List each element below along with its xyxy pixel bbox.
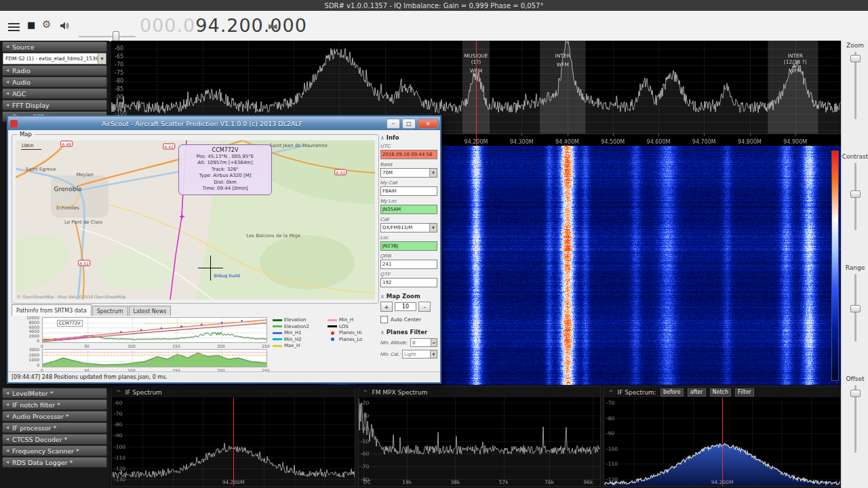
panel-canvas[interactable] [359,397,600,486]
auto-center-checkbox[interactable] [380,316,388,323]
freq-axis-label: 94.700M [692,139,716,145]
volume-slider[interactable] [79,36,136,37]
sidebar-item-if-notch-filter[interactable]: ◂IF notch filter * [2,399,107,410]
tab-spectrum[interactable]: Spectrum [92,306,128,316]
chart-y-label: 1000 [22,357,39,362]
x-axis-label: 94.200M [222,479,245,485]
loc-field[interactable]: JN23BJ [380,241,437,251]
db-axis-label: -95 [115,102,123,108]
range-slider-thumb[interactable] [850,305,861,312]
db-axis-label: -100 [606,446,618,452]
planesfilter-section-header[interactable]: ∧ Planes Filter [380,329,437,336]
mycall-field[interactable]: F8AIH [380,186,437,196]
aircraft-info-popup[interactable]: CCM772V Pos: 45,13°N , 005,95°EAlt: 1095… [178,144,272,195]
toggle-chip-filter[interactable]: Filter [735,388,754,396]
speaker-icon[interactable] [60,20,71,33]
sidebar-item-frequency-scanner[interactable]: ◂Frequency Scanner * [2,445,107,456]
sidebar-item-label: IF notch filter * [12,401,60,409]
chart-y-label: 2000 [22,352,39,357]
qrb-value: 241 [382,262,391,267]
frequency-display[interactable]: 000.094.200.000 [140,15,307,36]
sidebar-item-audio[interactable]: ◂Audio [2,77,107,87]
chart-y-label: 0 [22,363,39,367]
zoom-slider-thumb[interactable] [850,55,861,62]
toggle-chip-before[interactable]: before [660,388,684,396]
panel-titlebar[interactable]: ^IF Spectrum [112,387,355,397]
panel-titlebar[interactable]: ^IF Spectrum:beforeafterNotchFilter [604,387,840,397]
station-label: INTERWFM [555,53,570,68]
loc-value: JN23BJ [382,243,398,249]
legend-label: Max_H [284,343,300,348]
min-category-label: Min. Cat.: [380,352,401,357]
sidebar-item-label: Radio [12,67,31,75]
sidebar-item-if-processor[interactable]: ◂IF processor * [2,422,107,433]
stop-button[interactable]: ■ [27,20,35,30]
legend-swatch [328,319,337,321]
sidebar-item-fft-display[interactable]: ◂FFT Display [2,100,107,110]
sidebar-item-levelmeter[interactable]: ◂LevelMeter * [2,388,107,399]
legend-swatch [331,338,334,341]
db-axis-label: -110 [606,461,618,467]
legend-swatch [273,338,282,340]
sdr-sharp-app: SDR# v1.0.0.1357 - IQ Imbalance: Gain = … [0,0,868,488]
legend-item: LOS [328,324,378,330]
airscout-window-title: AirScout - Aircraft Scatter Prediction V… [20,120,384,127]
sidebar-item-label: Frequency Scanner * [12,447,79,455]
sidebar-item-ctcss-decoder[interactable]: ◂CTCSS Decoder * [2,434,107,445]
panel-titlebar[interactable]: ^FM MPX Spectrum [359,387,600,397]
freq-axis-label: 94.200M [465,139,488,145]
waterfall-colorbar [831,150,839,381]
sidebar-item-label: Audio Processor * [12,413,69,420]
legend-label: Elevation2 [284,324,309,329]
loc-label: Loc [380,235,437,241]
band-select[interactable]: 70M [380,168,437,178]
sidebar-item-agc[interactable]: ◂AGC [2,88,107,99]
call-select[interactable]: DX/FM913/M [380,223,437,232]
legend-item: Elevation2 [273,324,323,330]
road-shield: A 43 [334,169,347,176]
toggle-chip-after[interactable]: after [688,388,706,396]
map-view[interactable]: 10Km Saint EgreveMeylanGrenobleEchirolle… [16,140,375,300]
min-altitude-spinner[interactable]: 0 [410,338,437,347]
panel-canvas[interactable] [604,397,840,486]
sidebar-item-source[interactable]: ◂ Source [2,41,107,52]
contrast-slider-thumb[interactable] [850,190,861,198]
zoom-in-button[interactable]: + [380,302,393,312]
info-section-header[interactable]: ∧ Info [380,134,437,141]
menu-button[interactable] [8,21,20,33]
chart-x-label: 250 [262,344,269,348]
toggle-chip-notch[interactable]: Notch [710,388,731,396]
station-mode: WFM [464,68,488,74]
min-category-select[interactable]: Light [402,350,437,359]
status-text: [09:44:47] 248 Positions updated from pl… [12,374,167,380]
offset-slider-thumb[interactable] [850,390,861,397]
settings-gear-icon[interactable]: ⚙ [42,18,51,30]
map-attribution: © OpenStreetMap - Map data ©2016 OpenStr… [17,294,126,299]
airscout-titlebar[interactable]: AirScout - Aircraft Scatter Prediction V… [8,117,440,130]
minimize-button[interactable]: – [387,119,400,129]
source-select[interactable]: FDM-S2 (1) - extio_elad_fdms2_1539k_v [3,53,106,64]
panel-canvas[interactable] [112,397,355,486]
qtf-label: QTF [380,271,437,277]
legend-item: Elevation [273,317,323,323]
offset-slider-label: Offset [842,375,868,382]
sidebar-item-radio[interactable]: ◂Radio [2,65,107,76]
legend-swatch [273,319,282,321]
sidebar-item-audio-processor[interactable]: ◂Audio Processor * [2,411,107,422]
freq-axis-label: 94.500M [601,139,625,145]
utc-label: UTC [380,143,437,149]
zoom-level-value[interactable]: 10 [395,302,416,311]
tab-latest-news[interactable]: Latest News [129,306,172,316]
qrb-field: 241 [380,260,437,269]
chart-x-label: 50 [84,344,90,348]
legend-item: Planes_Hi [328,330,378,336]
myloc-field[interactable]: JN35AM [380,205,437,214]
mapzoom-section-header[interactable]: ∧ Map Zoom [380,293,437,300]
sidebar-item-rds-data-logger[interactable]: ◂RDS Data Logger * [2,457,107,468]
center-tune-icon[interactable]: ▶◀ [269,22,275,30]
close-button[interactable]: × [418,119,438,129]
auto-center-label: Auto Center [391,317,421,323]
tab-pathinfo-from-srtm3-data[interactable]: Pathinfo from SRTM3 data [12,304,92,316]
zoom-out-button[interactable]: - [418,302,431,312]
maximize-button[interactable]: □ [402,119,416,129]
